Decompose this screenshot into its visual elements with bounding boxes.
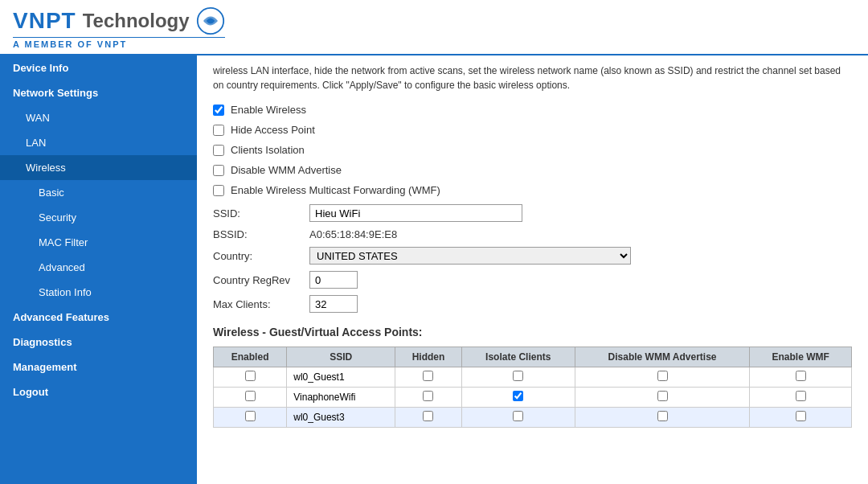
guest-section-title: Wireless - Guest/Virtual Access Points:	[213, 326, 852, 338]
logo: VNPT Technology A MEMBER OF VNPT	[13, 6, 225, 49]
disable-wmm-row: Disable WMM Advertise	[213, 164, 852, 176]
row1-disable-wmm-checkbox[interactable]	[657, 371, 668, 381]
row3-disable-wmm-checkbox[interactable]	[657, 411, 668, 421]
row2-disable-wmm	[575, 388, 750, 408]
content-area: wireless LAN interface, hide the network…	[197, 55, 868, 484]
hide-access-point-checkbox[interactable]	[213, 125, 224, 136]
row2-disable-wmm-checkbox[interactable]	[657, 391, 668, 401]
logo-subtitle: A MEMBER OF VNPT	[13, 37, 225, 49]
row1-enable-wmf	[750, 367, 852, 388]
row3-isolate-checkbox[interactable]	[513, 411, 523, 421]
max-clients-row: Max Clients:	[213, 295, 852, 313]
sidebar-item-security[interactable]: Security	[0, 205, 197, 230]
row2-enable-wmf-checkbox[interactable]	[796, 391, 806, 401]
row1-enabled-checkbox[interactable]	[245, 371, 256, 381]
country-select[interactable]: UNITED STATES	[309, 247, 631, 265]
sidebar-item-advanced[interactable]: Advanced	[0, 255, 197, 280]
enable-wireless-label: Enable Wireless	[231, 104, 306, 116]
country-regrec-label: Country RegRev	[213, 274, 309, 286]
country-regrec-row: Country RegRev	[213, 271, 852, 289]
sidebar-item-advanced-features[interactable]: Advanced Features	[0, 305, 197, 330]
enable-wireless-row: Enable Wireless	[213, 104, 852, 116]
bssid-label: BSSID:	[213, 228, 309, 240]
hide-access-point-label: Hide Access Point	[231, 124, 315, 136]
row2-ssid: VinaphoneWifi	[287, 388, 395, 408]
disable-wmm-label: Disable WMM Advertise	[231, 164, 342, 176]
enable-wmf-row: Enable Wireless Multicast Forwarding (WM…	[213, 184, 852, 196]
hide-access-point-row: Hide Access Point	[213, 124, 852, 136]
row3-hidden-checkbox[interactable]	[423, 411, 433, 421]
row3-enabled-checkbox[interactable]	[245, 411, 256, 421]
row1-hidden-checkbox[interactable]	[423, 371, 433, 381]
sidebar-item-lan[interactable]: LAN	[0, 130, 197, 155]
country-label: Country:	[213, 250, 309, 262]
row3-isolate	[461, 408, 575, 428]
row1-disable-wmm	[575, 367, 750, 388]
max-clients-input[interactable]	[309, 295, 358, 313]
row2-enable-wmf	[750, 388, 852, 408]
enable-wmf-label: Enable Wireless Multicast Forwarding (WM…	[231, 184, 440, 196]
row2-isolate-checkbox[interactable]	[513, 391, 523, 401]
row3-ssid: wl0_Guest3	[287, 408, 395, 428]
enable-wireless-checkbox[interactable]	[213, 105, 224, 116]
clients-isolation-row: Clients Isolation	[213, 144, 852, 156]
logo-technology: Technology	[83, 10, 190, 32]
row2-hidden	[395, 388, 462, 408]
country-regrec-input[interactable]	[309, 271, 358, 289]
row3-enable-wmf-checkbox[interactable]	[796, 411, 806, 421]
col-enabled: Enabled	[214, 347, 287, 367]
row1-hidden	[395, 367, 462, 388]
max-clients-label: Max Clients:	[213, 298, 309, 310]
form-table: SSID: BSSID: A0:65:18:84:9E:E8 Country: …	[213, 204, 852, 313]
sidebar-item-basic[interactable]: Basic	[0, 180, 197, 205]
sidebar-item-management[interactable]: Management	[0, 355, 197, 379]
row1-enable-wmf-checkbox[interactable]	[796, 371, 806, 381]
row1-isolate	[461, 367, 575, 388]
ssid-input[interactable]	[309, 204, 522, 222]
sidebar-item-station-info[interactable]: Station Info	[0, 280, 197, 305]
table-row: wl0_Guest3	[214, 408, 852, 428]
row2-enabled-checkbox[interactable]	[245, 391, 256, 401]
sidebar-item-wireless[interactable]: Wireless	[0, 155, 197, 180]
col-hidden: Hidden	[395, 347, 462, 367]
table-row: VinaphoneWifi	[214, 388, 852, 408]
row2-enabled	[214, 388, 287, 408]
logo-vnpt: VNPT	[13, 8, 76, 34]
clients-isolation-checkbox[interactable]	[213, 145, 224, 156]
country-row: Country: UNITED STATES	[213, 247, 852, 265]
row1-ssid: wl0_Guest1	[287, 367, 395, 388]
row3-hidden	[395, 408, 462, 428]
row1-isolate-checkbox[interactable]	[513, 371, 523, 381]
bssid-row: BSSID: A0:65:18:84:9E:E8	[213, 228, 852, 240]
row2-hidden-checkbox[interactable]	[423, 391, 433, 401]
col-enable-wmf: Enable WMF	[750, 347, 852, 367]
ssid-row: SSID:	[213, 204, 852, 222]
guest-table: Enabled SSID Hidden Isolate Clients Disa…	[213, 347, 852, 428]
header: VNPT Technology A MEMBER OF VNPT	[0, 0, 868, 55]
col-ssid: SSID	[287, 347, 395, 367]
col-disable-wmm: Disable WMM Advertise	[575, 347, 750, 367]
sidebar: Device Info Network Settings WAN LAN Wir…	[0, 55, 197, 484]
sidebar-item-mac-filter[interactable]: MAC Filter	[0, 230, 197, 255]
disable-wmm-checkbox[interactable]	[213, 165, 224, 176]
row1-enabled	[214, 367, 287, 388]
row2-isolate	[461, 388, 575, 408]
table-row: wl0_Guest1	[214, 367, 852, 388]
bssid-value: A0:65:18:84:9E:E8	[309, 228, 397, 240]
sidebar-item-network-settings[interactable]: Network Settings	[0, 80, 197, 105]
main-layout: Device Info Network Settings WAN LAN Wir…	[0, 55, 868, 484]
clients-isolation-label: Clients Isolation	[231, 144, 305, 156]
row3-enable-wmf	[750, 408, 852, 428]
sidebar-item-wan[interactable]: WAN	[0, 105, 197, 130]
logo-icon	[196, 6, 225, 35]
ssid-label: SSID:	[213, 207, 309, 219]
sidebar-item-diagnostics[interactable]: Diagnostics	[0, 330, 197, 355]
row3-disable-wmm	[575, 408, 750, 428]
sidebar-item-logout[interactable]: Logout	[0, 379, 197, 404]
sidebar-item-device-info[interactable]: Device Info	[0, 55, 197, 80]
description-text: wireless LAN interface, hide the network…	[213, 64, 852, 92]
row3-enabled	[214, 408, 287, 428]
enable-wmf-checkbox[interactable]	[213, 185, 224, 196]
col-isolate: Isolate Clients	[461, 347, 575, 367]
